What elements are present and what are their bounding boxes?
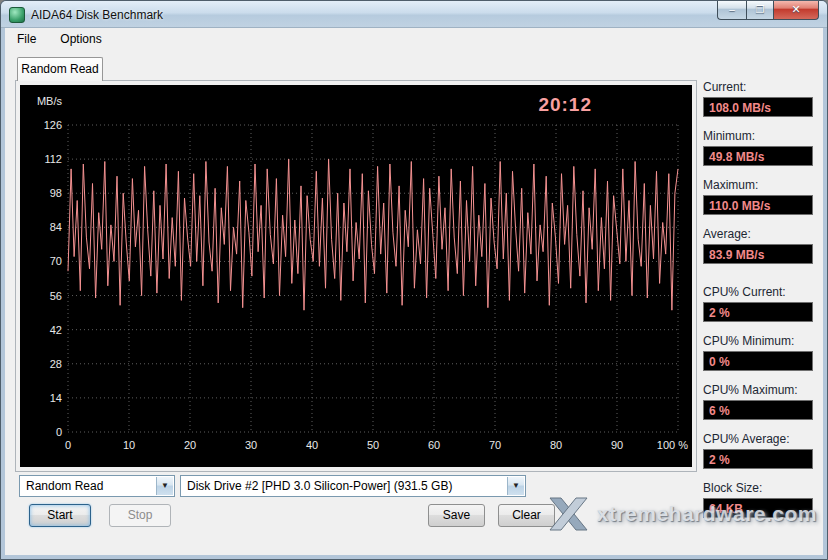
svg-text:14: 14 — [50, 392, 62, 404]
menu-options[interactable]: Options — [56, 30, 105, 48]
svg-text:40: 40 — [306, 439, 318, 451]
svg-text:70: 70 — [489, 439, 501, 451]
stat-cpu-current: CPU% Current: 2 % — [703, 285, 813, 322]
svg-text:28: 28 — [50, 358, 62, 370]
stat-block-size: Block Size: 64 KB — [703, 481, 813, 518]
aida64-window: AIDA64 Disk Benchmark – ❐ ✕ File Options… — [0, 0, 828, 560]
stat-value: 2 % — [703, 302, 813, 322]
svg-text:80: 80 — [550, 439, 562, 451]
stat-value: 49.8 MB/s — [703, 146, 813, 166]
stop-button[interactable]: Stop — [109, 504, 171, 527]
svg-text:10: 10 — [123, 439, 135, 451]
chevron-down-icon[interactable]: ▼ — [156, 477, 173, 495]
clear-button[interactable]: Clear — [498, 504, 555, 527]
disk-drive-select[interactable]: Disk Drive #2 [PHD 3.0 Silicon-Power] (9… — [180, 475, 526, 497]
svg-text:90: 90 — [611, 439, 623, 451]
stat-label: CPU% Maximum: — [703, 383, 813, 397]
svg-text:70: 70 — [50, 255, 62, 267]
svg-text:42: 42 — [50, 324, 62, 336]
stat-label: Block Size: — [703, 481, 813, 495]
maximize-button[interactable]: ❐ — [746, 1, 774, 20]
stat-value: 2 % — [703, 449, 813, 469]
stat-cpu-average: CPU% Average: 2 % — [703, 432, 813, 469]
stat-maximum: Maximum: 110.0 MB/s — [703, 178, 813, 215]
stat-cpu-maximum: CPU% Maximum: 6 % — [703, 383, 813, 420]
stat-value: 110.0 MB/s — [703, 195, 813, 215]
svg-text:MB/s: MB/s — [37, 95, 63, 107]
chevron-down-icon[interactable]: ▼ — [507, 477, 524, 495]
svg-text:126: 126 — [44, 119, 62, 131]
stat-label: CPU% Minimum: — [703, 334, 813, 348]
stat-value: 108.0 MB/s — [703, 97, 813, 117]
chart-plot: 0142842567084981121260102030405060708090… — [20, 85, 692, 467]
svg-text:50: 50 — [367, 439, 379, 451]
stat-label: CPU% Current: — [703, 285, 813, 299]
disk-drive-value: Disk Drive #2 [PHD 3.0 Silicon-Power] (9… — [187, 476, 525, 496]
svg-text:0: 0 — [65, 439, 71, 451]
stat-value: 83.9 MB/s — [703, 244, 813, 264]
app-icon[interactable] — [9, 7, 25, 23]
stat-label: Minimum: — [703, 129, 813, 143]
stat-value: 0 % — [703, 351, 813, 371]
minimize-button[interactable]: – — [717, 1, 746, 20]
stat-label: Average: — [703, 227, 813, 241]
stat-value: 64 KB — [703, 498, 813, 518]
stat-label: CPU% Average: — [703, 432, 813, 446]
benchmark-type-select[interactable]: Random Read ▼ — [19, 475, 175, 497]
svg-text:0: 0 — [56, 426, 62, 438]
stat-label: Current: — [703, 80, 813, 94]
stat-average: Average: 83.9 MB/s — [703, 227, 813, 264]
stat-current: Current: 108.0 MB/s — [703, 80, 813, 117]
window-controls: – ❐ ✕ — [717, 1, 819, 20]
svg-text:98: 98 — [50, 187, 62, 199]
benchmark-type-value: Random Read — [26, 476, 174, 496]
stat-value: 6 % — [703, 400, 813, 420]
window-title: AIDA64 Disk Benchmark — [31, 8, 163, 22]
start-button[interactable]: Start — [29, 504, 91, 527]
stat-label: Maximum: — [703, 178, 813, 192]
svg-text:60: 60 — [428, 439, 440, 451]
svg-text:100 %: 100 % — [657, 439, 688, 451]
benchmark-chart: 0142842567084981121260102030405060708090… — [20, 85, 692, 467]
title-bar[interactable]: AIDA64 Disk Benchmark – ❐ ✕ — [1, 1, 827, 28]
tab-random-read[interactable]: Random Read — [17, 57, 103, 81]
svg-text:30: 30 — [245, 439, 257, 451]
window-body: File Options Random Read 014284256708498… — [5, 28, 823, 555]
stat-cpu-minimum: CPU% Minimum: 0 % — [703, 334, 813, 371]
svg-text:20: 20 — [184, 439, 196, 451]
svg-text:56: 56 — [50, 290, 62, 302]
menu-file[interactable]: File — [13, 30, 40, 48]
stats-panel: Current: 108.0 MB/s Minimum: 49.8 MB/s M… — [703, 80, 813, 530]
elapsed-timer: 20:12 — [538, 94, 592, 116]
svg-text:84: 84 — [50, 221, 62, 233]
save-button[interactable]: Save — [428, 504, 485, 527]
close-button[interactable]: ✕ — [774, 1, 819, 20]
benchmark-tab-panel: 0142842567084981121260102030405060708090… — [15, 80, 697, 472]
menu-bar: File Options — [5, 28, 823, 50]
svg-text:112: 112 — [44, 153, 62, 165]
stat-minimum: Minimum: 49.8 MB/s — [703, 129, 813, 166]
